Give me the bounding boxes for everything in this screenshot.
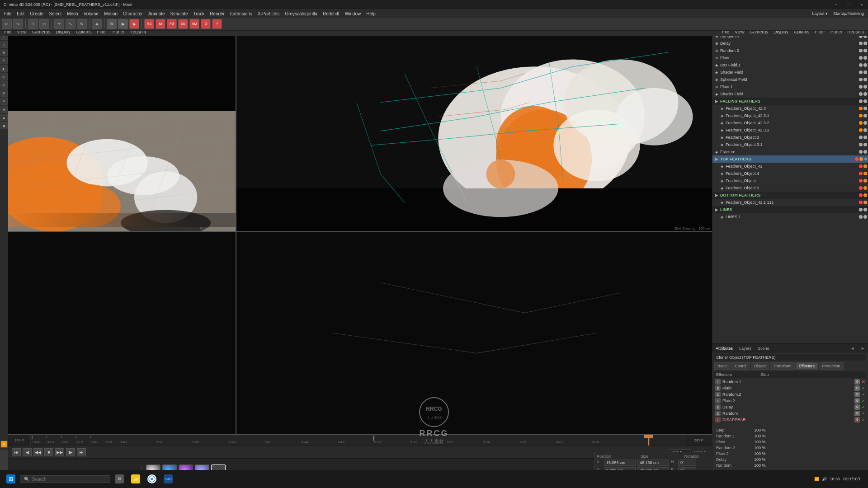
- menu-greyscale[interactable]: Greyscalegorilla: [283, 10, 320, 17]
- eff-random2-settings[interactable]: ⚙: [854, 392, 860, 397]
- eff-delay-row[interactable]: E Delay ⚙ ✓: [714, 404, 866, 410]
- tree-plain[interactable]: ⊕ Plain: [712, 54, 868, 61]
- sidebar-tool-4[interactable]: ✎: [0, 57, 8, 64]
- menu-edit[interactable]: Edit: [14, 10, 27, 17]
- vis-dot[interactable]: [859, 136, 863, 139]
- render-to-picture-button[interactable]: ▶: [118, 19, 128, 29]
- tree-lines1[interactable]: ◈ LINES.1: [712, 213, 868, 221]
- eff-random-enable[interactable]: ✓: [862, 411, 865, 416]
- render-dot[interactable]: [863, 70, 867, 74]
- vis-dot[interactable]: [859, 114, 863, 117]
- menu-character[interactable]: Character: [121, 10, 145, 17]
- menu-track[interactable]: Track: [191, 10, 207, 17]
- vis-dot[interactable]: [859, 70, 863, 74]
- eff-random1-row[interactable]: E Random.1 ⚙ ✕: [714, 379, 866, 385]
- sidebar-tool-8[interactable]: ⊗: [0, 89, 8, 97]
- render-dot[interactable]: [863, 193, 867, 197]
- vis-dot[interactable]: [859, 179, 863, 183]
- menu-help[interactable]: Help: [364, 10, 378, 17]
- render-dot[interactable]: [863, 136, 867, 139]
- timeline[interactable]: 324 F 324 325 326 327 328 329 330 231 23…: [8, 435, 712, 446]
- tree-falling-feathers-group[interactable]: ▶ FALLING FEATHERS: [712, 98, 868, 105]
- vis-dot[interactable]: [859, 107, 863, 110]
- render-dot[interactable]: [863, 215, 867, 219]
- rect-selection-button[interactable]: ▭: [39, 19, 49, 29]
- vis-dot[interactable]: [859, 85, 863, 89]
- eff-delay-settings[interactable]: ⚙: [854, 404, 860, 410]
- tree-random3[interactable]: ⊕ Random.3: [712, 47, 868, 54]
- attr-object-tab[interactable]: Object: [751, 362, 769, 370]
- minimize-button[interactable]: −: [830, 0, 843, 9]
- tree-lines-group[interactable]: ▶ LINES: [712, 206, 868, 213]
- interactive-render-button[interactable]: ▶: [129, 19, 139, 29]
- eff-delay-enable[interactable]: ✓: [862, 405, 865, 409]
- windows-start-button[interactable]: ⊞: [4, 472, 18, 486]
- tree-top-feathers-group[interactable]: ▶ TOP FEATHERS ⚙: [712, 155, 868, 163]
- render-dot[interactable]: [863, 186, 867, 190]
- undo-button[interactable]: ↩: [2, 19, 12, 29]
- go-to-end-button[interactable]: ⏭: [77, 448, 86, 456]
- timeline-track[interactable]: 324 325 326 327 328 329 330 231 235 238 …: [31, 435, 685, 446]
- vis-dot[interactable]: [859, 172, 863, 175]
- render-dot[interactable]: [863, 63, 867, 67]
- sidebar-tool-2[interactable]: □: [0, 41, 8, 48]
- tree-feat5[interactable]: ◈ Feathers_Object.5: [712, 184, 868, 192]
- move-button[interactable]: ✛: [54, 19, 64, 29]
- render-dot[interactable]: [863, 164, 867, 168]
- tree-spherfield[interactable]: ◈ Spherical Field: [712, 76, 868, 83]
- play-button[interactable]: ▶▶: [55, 448, 64, 456]
- menu-xparticles[interactable]: X-Particles: [255, 10, 282, 17]
- viewport-camera[interactable]: Perspective CAMERA1: [8, 31, 236, 231]
- go-to-start-button[interactable]: ⏮: [12, 448, 21, 456]
- tree-boxfield[interactable]: ◈ Box Field.1: [712, 61, 868, 69]
- render-dot[interactable]: [863, 49, 867, 52]
- x-position-input[interactable]: [604, 460, 636, 466]
- x-size-input[interactable]: [637, 460, 669, 466]
- eff-plain2-enable[interactable]: ✓: [862, 399, 865, 403]
- layout-dropdown[interactable]: Layout ▾: [810, 10, 830, 17]
- close-button[interactable]: ×: [855, 0, 868, 9]
- sidebar-tool-9[interactable]: ≡: [0, 98, 8, 105]
- menu-motion[interactable]: Motion: [102, 10, 120, 17]
- tree-bottom-feathers-group[interactable]: ▶ BOTTOM FEATHERS: [712, 192, 868, 199]
- vis-dot[interactable]: [859, 78, 863, 81]
- render-dot[interactable]: [863, 179, 867, 183]
- tree-feat42[interactable]: ◈ Feathers_Object_42: [712, 163, 868, 170]
- render-dot[interactable]: [863, 78, 867, 81]
- menu-simulate[interactable]: Simulate: [168, 10, 190, 17]
- attr-effectors-tab[interactable]: Effectors: [796, 362, 818, 370]
- render-dot[interactable]: [863, 121, 867, 125]
- chrome-button[interactable]: [145, 472, 159, 486]
- render-dot[interactable]: [863, 201, 867, 204]
- tree-delay[interactable]: ⊕ Delay: [712, 40, 868, 47]
- rotate-button[interactable]: ↻: [77, 19, 87, 29]
- menu-extensions[interactable]: Extensions: [228, 10, 255, 17]
- tree-feat31[interactable]: ◈ Feathers_Object.3.1: [712, 141, 868, 148]
- eff-random-settings[interactable]: ⚙: [854, 411, 860, 416]
- sidebar-tool-6[interactable]: ⊞: [0, 73, 8, 80]
- render-settings-button[interactable]: ⚙: [107, 19, 117, 29]
- vis-dot[interactable]: [859, 63, 863, 67]
- render-dot[interactable]: [863, 143, 867, 146]
- vis-dot[interactable]: [859, 215, 863, 219]
- menu-volume[interactable]: Volume: [81, 10, 101, 17]
- vis-dot[interactable]: [859, 56, 863, 60]
- eff-random-row[interactable]: E Random ⚙ ✓: [714, 410, 866, 417]
- eff-random2-enable[interactable]: ✓: [862, 392, 865, 397]
- step-forward-button[interactable]: ▶: [66, 448, 75, 456]
- menu-file[interactable]: File: [2, 10, 14, 17]
- tree-feat42-111[interactable]: ◈ Feathers_Object_42.1 111: [712, 199, 868, 206]
- vis-dot[interactable]: [859, 49, 863, 52]
- attr-back-button[interactable]: ◄: [849, 345, 856, 352]
- menu-create[interactable]: Create: [28, 10, 46, 17]
- tree-feat-obj[interactable]: ◈ Feathers_Object: [712, 177, 868, 184]
- render-dot[interactable]: [863, 128, 867, 132]
- sidebar-tool-5[interactable]: ◐: [0, 65, 8, 72]
- sidebar-tool-3[interactable]: ⊕: [0, 49, 8, 56]
- scale-button[interactable]: ⤡: [66, 19, 75, 29]
- vis-dot[interactable]: [859, 99, 863, 103]
- tree-shaderfield[interactable]: ◈ Shader Field: [712, 69, 868, 76]
- eff-plain-settings[interactable]: ⚙: [854, 385, 860, 391]
- sidebar-tool-12[interactable]: ◆: [0, 122, 8, 129]
- attr-protection-tab[interactable]: Protection: [819, 362, 844, 370]
